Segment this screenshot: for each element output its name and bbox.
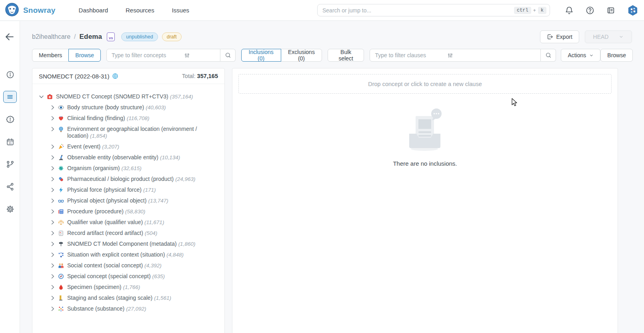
tree-row[interactable]: Physical force (physical force)(171)	[32, 185, 220, 195]
nav-link-dashboard[interactable]: Dashboard	[79, 7, 108, 14]
codesystem-name: SNOMEDCT (2022-08-31)	[39, 73, 109, 80]
chevron-icon[interactable]	[50, 126, 56, 132]
tree-row[interactable]: Clinical finding (finding)(116,708)	[32, 113, 220, 124]
breadcrumb-separator: /	[74, 33, 76, 40]
microbe-icon	[58, 165, 64, 171]
chevron-icon[interactable]	[50, 263, 56, 268]
inclusions-tab[interactable]: Inclusions (0)	[241, 49, 281, 62]
global-search-input[interactable]	[322, 7, 514, 14]
chevron-icon[interactable]	[50, 177, 56, 182]
chevron-icon[interactable]	[50, 274, 56, 279]
tree-row[interactable]: Physical object (physical object)(13,747…	[32, 195, 220, 206]
tree-row[interactable]: Special concept (special concept)(635)	[32, 271, 220, 282]
brand-name: Snowray	[23, 6, 56, 15]
clause-filter-input[interactable]	[375, 52, 447, 58]
chevron-down-icon	[619, 34, 624, 39]
app-logo[interactable]: Snowray	[5, 2, 56, 18]
calendar-icon[interactable]: 31	[3, 136, 17, 148]
export-button[interactable]: Export	[540, 30, 579, 43]
tree-row[interactable]: Specimen (specimen)(1,766)	[32, 282, 220, 293]
concept-filter-input[interactable]	[112, 52, 184, 58]
tree-header: SNOMEDCT (2022-08-31) Total:357,165	[32, 68, 224, 84]
chevron-icon[interactable]	[50, 220, 56, 225]
validation-badge-icon[interactable]	[3, 113, 17, 125]
top-navbar: Snowray Dashboard Resources Issues ctrl …	[0, 0, 644, 21]
breadcrumb: b2ihealthcare / Edema vs unpublished dra…	[32, 30, 632, 44]
snowray-logo-icon	[5, 2, 19, 18]
browse-button[interactable]: Browse	[600, 49, 633, 62]
total-label: Total:	[182, 73, 195, 79]
chevron-icon[interactable]	[50, 231, 56, 236]
tree-row[interactable]: Qualifier value (qualifier value)(11,671…	[32, 217, 220, 228]
global-search[interactable]: ctrl + k	[317, 4, 550, 16]
first-aid-kit-icon	[47, 94, 53, 100]
chevron-icon[interactable]	[50, 105, 56, 110]
members-tab[interactable]: Members	[32, 49, 69, 62]
chevron-icon[interactable]	[50, 187, 56, 193]
branches-icon[interactable]	[3, 158, 17, 170]
empty-inbox-illustration	[400, 105, 451, 154]
party-icon	[58, 144, 64, 150]
chevron-icon[interactable]	[50, 144, 56, 149]
tree-row[interactable]: Body structure (body structure)(40,603)	[32, 102, 220, 113]
tree-row[interactable]: Procedure (procedure)(58,830)	[32, 206, 220, 217]
nav-link-issues[interactable]: Issues	[172, 7, 189, 14]
filter-settings-icon[interactable]	[447, 52, 453, 58]
globe-extension-icon	[112, 73, 118, 79]
chevron-icon[interactable]	[50, 209, 56, 214]
tree-row[interactable]: Record artifact (record artifact)(504)	[32, 228, 220, 239]
microscope-icon	[58, 154, 64, 160]
browse-tab[interactable]: Browse	[68, 49, 101, 62]
empty-state-message: There are no inclusions.	[393, 160, 457, 167]
tree-row[interactable]: SNOMED CT Concept (SNOMED RT+CTV3)(357,1…	[32, 91, 220, 102]
toolbar: Members Browse Inclusions (0) Exclusions…	[32, 49, 633, 62]
tree-row[interactable]: SNOMED CT Model Component (metadata)(1,8…	[32, 239, 220, 249]
settings-gear-icon[interactable]	[3, 203, 17, 215]
tree-row[interactable]: Pharmaceutical / biologic product (produ…	[32, 174, 220, 185]
chevron-down-icon	[589, 53, 594, 58]
scale-icon	[58, 219, 64, 225]
exclusions-tab[interactable]: Exclusions (0)	[281, 49, 322, 62]
help-icon[interactable]	[586, 6, 594, 15]
user-avatar[interactable]	[627, 5, 638, 16]
left-sidebar: 31	[0, 21, 20, 333]
concept-tree-panel: SNOMEDCT (2022-08-31) Total:357,165 SNOM…	[32, 68, 225, 333]
nav-links: Dashboard Resources Issues	[79, 7, 189, 14]
filter-settings-icon[interactable]	[184, 52, 190, 58]
breadcrumb-parent-link[interactable]: b2ihealthcare	[32, 33, 70, 40]
actions-dropdown-button[interactable]: Actions	[561, 49, 600, 62]
tree-row[interactable]: Social context (social concept)(4,392)	[32, 260, 220, 271]
signpost-icon	[58, 241, 64, 247]
chevron-icon[interactable]	[39, 94, 44, 99]
tree-row[interactable]: Event (event)(3,207)	[32, 141, 220, 152]
new-clause-dropzone[interactable]: Drop concept or click to create a new cl…	[238, 74, 612, 94]
changelog-icon[interactable]	[606, 6, 615, 15]
nav-link-resources[interactable]: Resources	[126, 7, 154, 14]
total-value: 357,165	[197, 73, 218, 79]
members-list-icon[interactable]	[3, 91, 17, 103]
bulk-select-button[interactable]: Bulk select	[328, 49, 364, 62]
tree-row[interactable]: Situation with explicit context (situati…	[32, 249, 220, 260]
chevron-icon[interactable]	[50, 295, 56, 301]
tree-row[interactable]: Staging and scales (staging scale)(1,561…	[32, 293, 220, 303]
clause-search-button[interactable]	[541, 49, 556, 62]
chevron-icon[interactable]	[50, 252, 56, 257]
chevron-icon[interactable]	[50, 198, 56, 203]
notifications-bell-icon[interactable]	[565, 6, 574, 15]
tree-row[interactable]: Observable entity (observable entity)(10…	[32, 152, 220, 163]
back-arrow-icon[interactable]	[4, 31, 16, 44]
chevron-icon[interactable]	[50, 306, 56, 311]
info-icon[interactable]	[3, 68, 17, 80]
blocks-icon	[58, 252, 64, 258]
concept-search-button[interactable]	[220, 49, 236, 62]
tree-row[interactable]: Environment or geographical location (en…	[32, 124, 220, 141]
tree-row[interactable]: Substance (substance)(27,092)	[32, 303, 220, 314]
chevron-icon[interactable]	[50, 285, 56, 290]
version-select[interactable]: HEAD	[585, 30, 632, 43]
tree-row[interactable]: Organism (organism)(32,615)	[32, 163, 220, 174]
chevron-icon[interactable]	[50, 155, 56, 160]
share-icon[interactable]	[3, 181, 17, 193]
chevron-icon[interactable]	[50, 116, 56, 121]
chevron-icon[interactable]	[50, 166, 56, 171]
chevron-icon[interactable]	[50, 241, 56, 247]
